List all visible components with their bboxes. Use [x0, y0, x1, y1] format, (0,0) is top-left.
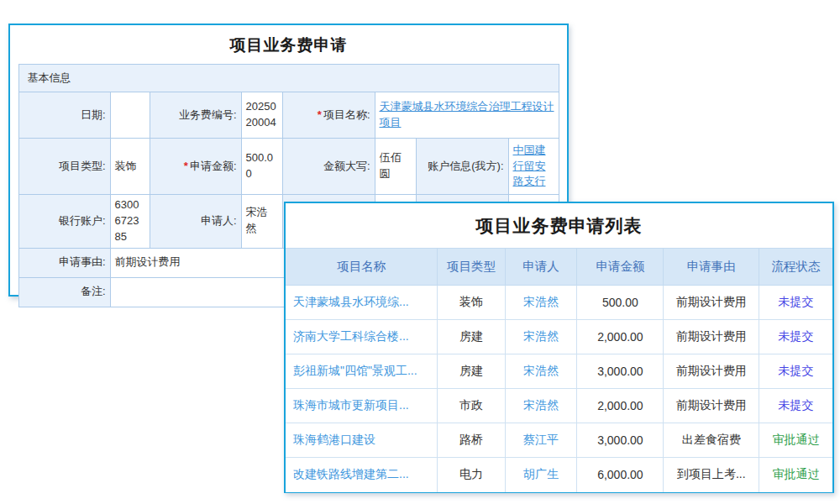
amount-caps-label: 金额大写: — [282, 139, 375, 195]
account-info-link[interactable]: 中国建行留安路支行 — [513, 144, 546, 188]
column-header-3: 申请金额 — [577, 249, 664, 286]
required-asterisk: * — [318, 108, 322, 121]
cell-reason: 到项目上考... — [664, 458, 759, 492]
table-row: 济南大学工科综合楼...房建宋浩然2,000.00前期设计费用未提交 — [286, 320, 832, 354]
project-type-value: 装饰 — [110, 139, 150, 195]
column-header-2: 申请人 — [505, 249, 577, 286]
applicant-label: 申请人: — [150, 195, 241, 249]
amount-value[interactable]: 500.00 — [241, 139, 282, 195]
cell-status[interactable]: 审批通过 — [759, 458, 832, 492]
cell-status[interactable]: 审批通过 — [759, 423, 832, 458]
list-table: 项目名称项目类型申请人申请金额申请事由流程状态 天津蒙城县水环境综...装饰宋浩… — [286, 248, 832, 492]
cell-status[interactable]: 未提交 — [759, 320, 832, 354]
cell-reason: 前期设计费用 — [664, 286, 759, 320]
applicant-value: 宋浩然 — [241, 195, 282, 249]
cell-amount: 2,000.00 — [577, 389, 664, 423]
required-asterisk: * — [184, 160, 188, 172]
cell-type: 电力 — [438, 458, 505, 492]
cell-type: 市政 — [438, 389, 505, 423]
reason-label: 申请事由: — [18, 248, 110, 277]
cell-type: 路桥 — [438, 423, 505, 458]
list-header-row: 项目名称项目类型申请人申请金额申请事由流程状态 — [286, 249, 832, 286]
cell-reason: 出差食宿费 — [664, 423, 759, 458]
date-value[interactable] — [110, 92, 150, 139]
cell-applicant[interactable]: 胡广生 — [505, 458, 577, 492]
cell-amount: 3,000.00 — [577, 354, 664, 389]
cell-name[interactable]: 济南大学工科综合楼... — [286, 320, 438, 354]
cell-status[interactable]: 未提交 — [759, 389, 832, 423]
cell-status[interactable]: 未提交 — [759, 286, 832, 320]
cell-reason: 前期设计费用 — [664, 354, 759, 389]
cell-status[interactable]: 未提交 — [759, 354, 832, 389]
table-row: 珠海鹤港口建设路桥蔡江平3,000.00出差食宿费审批通过 — [286, 423, 832, 458]
cell-reason: 前期设计费用 — [664, 389, 759, 423]
column-header-1: 项目类型 — [438, 249, 505, 286]
cell-name[interactable]: 珠海鹤港口建设 — [286, 423, 438, 458]
fee-no-label: 业务费编号: — [150, 92, 241, 139]
table-row: 天津蒙城县水环境综...装饰宋浩然500.00前期设计费用未提交 — [286, 286, 832, 320]
bank-account-value: 6300672385 — [110, 195, 150, 249]
cell-name[interactable]: 彭祖新城"四馆"景观工... — [286, 354, 438, 389]
column-header-0: 项目名称 — [286, 249, 438, 286]
cell-name[interactable]: 珠海市城市更新项目... — [286, 389, 438, 423]
cell-applicant[interactable]: 宋浩然 — [505, 320, 577, 354]
fee-no-value: 2025020004 — [241, 92, 282, 139]
cell-applicant[interactable]: 宋浩然 — [505, 286, 577, 320]
column-header-4: 申请事由 — [664, 249, 759, 286]
cell-name[interactable]: 天津蒙城县水环境综... — [286, 286, 438, 320]
date-label: 日期: — [18, 92, 110, 139]
bank-account-label: 银行账户: — [18, 195, 110, 249]
amount-caps-value: 伍佰圆 — [375, 139, 416, 195]
list-table-body: 天津蒙城县水环境综...装饰宋浩然500.00前期设计费用未提交济南大学工科综合… — [286, 286, 832, 492]
cell-amount: 6,000.00 — [577, 458, 664, 492]
cell-amount: 2,000.00 — [577, 320, 664, 354]
table-row: 彭祖新城"四馆"景观工...房建宋浩然3,000.00前期设计费用未提交 — [286, 354, 832, 389]
column-header-5: 流程状态 — [759, 249, 832, 286]
project-name-link[interactable]: 天津蒙城县水环境综合治理工程设计项目 — [380, 100, 554, 129]
cell-reason: 前期设计费用 — [664, 320, 759, 354]
list-title: 项目业务费申请列表 — [286, 203, 832, 248]
amount-label: *申请金额: — [150, 139, 241, 195]
cell-applicant[interactable]: 蔡江平 — [505, 423, 577, 458]
cell-type: 房建 — [438, 320, 505, 354]
account-info-label: 账户信息(我方): — [416, 139, 508, 195]
cell-name[interactable]: 改建铁路线增建第二... — [286, 458, 438, 492]
cell-amount: 3,000.00 — [577, 423, 664, 458]
section-header-basic-info: 基本信息 — [18, 65, 559, 92]
form-title: 项目业务费申请 — [10, 25, 567, 64]
application-list-panel: 项目业务费申请列表 项目名称项目类型申请人申请金额申请事由流程状态 天津蒙城县水… — [284, 202, 834, 493]
cell-applicant[interactable]: 宋浩然 — [505, 389, 577, 423]
project-name-label: *项目名称: — [282, 92, 375, 139]
cell-applicant[interactable]: 宋浩然 — [505, 354, 577, 389]
table-row: 改建铁路线增建第二...电力胡广生6,000.00到项目上考...审批通过 — [286, 458, 832, 492]
cell-type: 装饰 — [438, 286, 505, 320]
project-type-label: 项目类型: — [18, 139, 110, 195]
remark-label: 备注: — [18, 277, 110, 307]
table-row: 珠海市城市更新项目...市政宋浩然2,000.00前期设计费用未提交 — [286, 389, 832, 423]
cell-amount: 500.00 — [577, 286, 664, 320]
cell-type: 房建 — [438, 354, 505, 389]
